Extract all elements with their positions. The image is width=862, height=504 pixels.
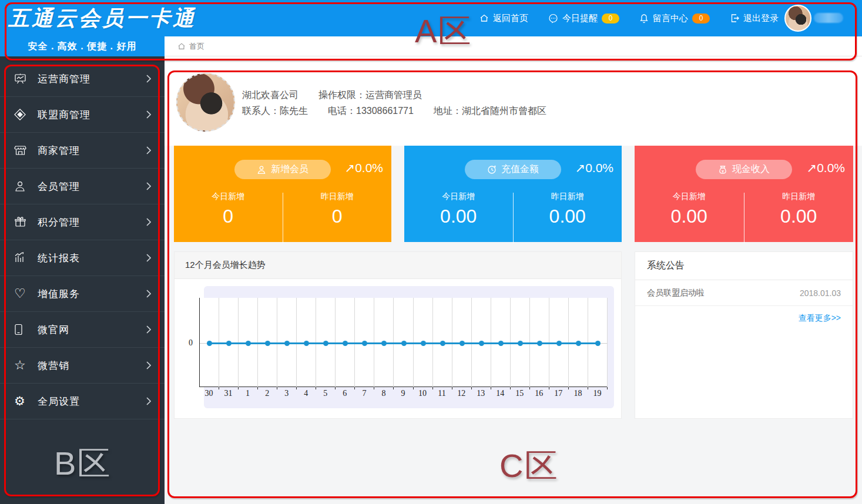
nav-today-reminder[interactable]: 今日提醒 0 bbox=[548, 13, 619, 24]
nav-back-home[interactable]: 返回首页 bbox=[479, 13, 528, 24]
today-label: 今日新增 bbox=[174, 191, 283, 202]
sidebar-item-merchant-mgmt[interactable]: 商家管理 bbox=[0, 133, 165, 169]
data-point bbox=[304, 341, 309, 346]
nav-logout[interactable]: 退出登录 bbox=[730, 13, 779, 24]
sidebar-item-member-mgmt[interactable]: 会员管理 bbox=[0, 169, 165, 204]
contact-text: 联系人：陈先生 bbox=[242, 105, 308, 117]
stat-title: 现金收入 bbox=[732, 163, 770, 176]
data-point bbox=[421, 341, 426, 346]
x-axis-tick bbox=[432, 387, 433, 389]
app-logo: 五通云会员一卡通 bbox=[8, 4, 196, 33]
yesterday-value: 0 bbox=[283, 206, 392, 227]
stat-pill: 充值金额 bbox=[465, 160, 561, 179]
trend-indicator: ↗0.0% bbox=[807, 161, 845, 175]
view-more-link[interactable]: 查看更多>> bbox=[635, 306, 853, 324]
stat-pill: 现金收入 bbox=[696, 160, 792, 179]
x-axis-tick bbox=[588, 387, 588, 389]
chevron-right-icon bbox=[146, 361, 152, 370]
trend-arrow-icon: ↗ bbox=[345, 161, 355, 174]
sidebar-item-statistics[interactable]: 统计报表 bbox=[0, 240, 165, 276]
x-axis-tick bbox=[491, 387, 491, 389]
gear-icon: ⚙ bbox=[14, 395, 29, 408]
sidebar-item-alliance-mgmt[interactable]: 联盟商管理 bbox=[0, 97, 165, 133]
data-point bbox=[207, 341, 212, 346]
today-value: 0 bbox=[174, 206, 283, 227]
breadcrumb[interactable]: 首页 bbox=[177, 41, 204, 52]
member-icon bbox=[257, 165, 266, 174]
sidebar-item-points-mgmt[interactable]: 积分管理 bbox=[0, 204, 165, 240]
chevron-right-icon bbox=[146, 182, 152, 191]
sidebar-item-global-settings[interactable]: ⚙ 全局设置 bbox=[0, 384, 165, 419]
x-axis-tick-label: 6 bbox=[335, 389, 354, 398]
stat-card-new-members: 新增会员 ↗0.0% 今日新增0 昨日新增0 bbox=[174, 146, 391, 242]
address-text: 地址：湖北省随州市曾都区 bbox=[434, 105, 546, 117]
yesterday-value: 0.00 bbox=[744, 206, 854, 227]
username-pill[interactable] bbox=[814, 13, 843, 23]
comment-icon bbox=[548, 14, 558, 23]
x-axis-tick-label: 5 bbox=[316, 389, 335, 398]
growth-chart-card: 12个月会员增长趋势 0 303112345678910111213141516… bbox=[174, 251, 622, 419]
sidebar-item-micro-site[interactable]: 微官网 bbox=[0, 312, 165, 348]
recharge-icon bbox=[487, 165, 497, 174]
profile-card: 湖北欢喜公司 操作权限：运营商管理员 联系人：陈先生 电话：1330866177… bbox=[165, 56, 862, 146]
data-point bbox=[246, 341, 251, 346]
sidebar-item-label: 联盟商管理 bbox=[38, 108, 146, 122]
x-axis-tick bbox=[549, 387, 549, 389]
data-point bbox=[265, 341, 270, 346]
x-axis-tick bbox=[354, 387, 355, 389]
profile-avatar bbox=[176, 73, 235, 132]
x-axis-tick bbox=[607, 387, 608, 389]
announcement-item[interactable]: 会员联盟启动啦 2018.01.03 bbox=[635, 280, 853, 306]
x-axis-tick bbox=[568, 387, 569, 389]
nav-message-center[interactable]: 留言中心 0 bbox=[639, 13, 710, 24]
data-point bbox=[401, 341, 407, 346]
sidebar-item-value-added[interactable]: ♡ 增值服务 bbox=[0, 276, 165, 312]
x-axis-tick bbox=[413, 387, 414, 389]
yesterday-value: 0.00 bbox=[514, 206, 622, 227]
data-point bbox=[537, 341, 542, 346]
x-axis-tick-label: 2 bbox=[257, 389, 277, 398]
user-avatar[interactable] bbox=[784, 5, 811, 32]
message-count-badge: 0 bbox=[692, 14, 710, 23]
yesterday-label: 昨日新增 bbox=[283, 191, 392, 202]
slogan-banner: 安全 . 高效 . 便捷 . 好用 bbox=[0, 36, 165, 56]
header-nav: 返回首页 今日提醒 0 留言中心 0 退出登录 bbox=[479, 0, 779, 36]
chevron-right-icon bbox=[146, 217, 152, 227]
diamond-icon bbox=[14, 108, 29, 121]
phone-text: 电话：13308661771 bbox=[328, 105, 414, 117]
data-point bbox=[556, 341, 562, 346]
bell-icon bbox=[639, 14, 649, 23]
sidebar-item-label: 增值服务 bbox=[38, 287, 146, 301]
top-header: 五通云会员一卡通 返回首页 今日提醒 0 留言中心 0 退出登录 bbox=[0, 0, 862, 36]
x-axis-tick-label: 4 bbox=[296, 389, 316, 398]
x-axis-tick-label: 1 bbox=[238, 389, 257, 398]
stat-card-recharge: 充值金额 ↗0.0% 今日新增0.00 昨日新增0.00 bbox=[404, 146, 622, 242]
sidebar-item-micro-marketing[interactable]: ☆ 微营销 bbox=[0, 348, 165, 384]
trend-indicator: ↗0.0% bbox=[345, 161, 383, 175]
trend-indicator: ↗0.0% bbox=[575, 161, 613, 175]
yesterday-label: 昨日新增 bbox=[744, 191, 854, 202]
x-axis-tick-label: 14 bbox=[491, 389, 510, 398]
sidebar-item-label: 微营销 bbox=[38, 359, 146, 372]
sidebar-item-operator-mgmt[interactable]: 运营商管理 bbox=[0, 61, 165, 97]
data-point bbox=[576, 341, 581, 346]
x-axis-tick bbox=[374, 387, 374, 389]
sidebar-item-label: 积分管理 bbox=[38, 216, 146, 229]
stat-title: 新增会员 bbox=[271, 163, 308, 176]
sidebar-item-label: 运营商管理 bbox=[38, 72, 146, 86]
announcement-title: 系统公告 bbox=[635, 252, 853, 280]
home-icon bbox=[479, 14, 489, 23]
stat-card-cash-income: 现金收入 ↗0.0% 今日新增0.00 昨日新增0.00 bbox=[635, 146, 853, 242]
data-point bbox=[226, 341, 232, 346]
data-point bbox=[343, 341, 348, 346]
x-axis-tick-label: 30 bbox=[199, 389, 219, 398]
star-icon: ☆ bbox=[14, 359, 29, 372]
announcement-date: 2018.01.03 bbox=[800, 288, 841, 298]
yesterday-label: 昨日新增 bbox=[514, 191, 622, 202]
nav-label: 退出登录 bbox=[743, 13, 779, 24]
data-point bbox=[498, 341, 504, 346]
x-axis-tick bbox=[510, 387, 511, 389]
x-axis-tick-label: 17 bbox=[549, 389, 568, 398]
heart-icon: ♡ bbox=[14, 287, 29, 300]
data-point bbox=[381, 341, 387, 346]
